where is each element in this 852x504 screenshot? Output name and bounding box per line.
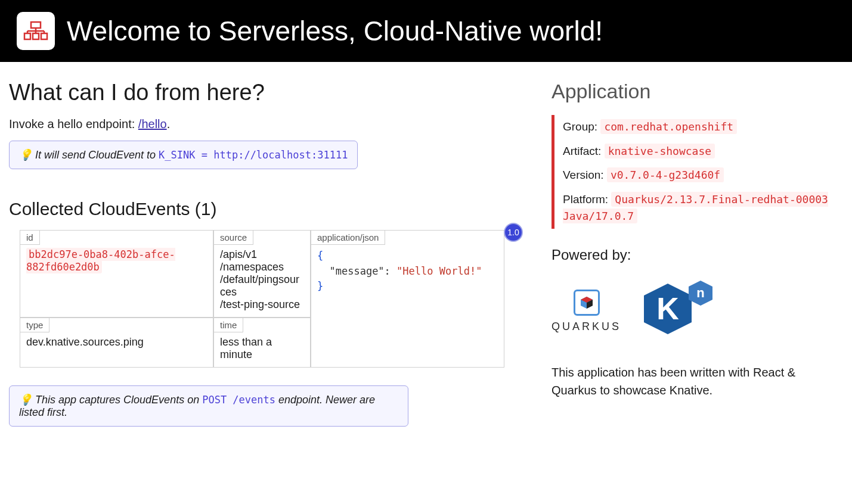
hello-link[interactable]: /hello (138, 117, 167, 130)
app-artifact-row: Artifact: knative-showcase (563, 143, 838, 160)
event-id-cell: id bb2dc97e-0ba8-402b-afce-882fd60e2d0b (20, 230, 213, 318)
app-platform-row: Platform: Quarkus/2.13.7.Final-redhat-00… (563, 191, 838, 225)
tip-cloudevent-sink: 💡 It will send CloudEvent to K_SINK = ht… (9, 141, 358, 169)
event-source-label: source (213, 230, 253, 245)
svg-text:n: n (696, 285, 704, 300)
svg-rect-0 (31, 22, 41, 28)
app-artifact-value: knative-showcase (605, 144, 715, 158)
side-column: Application Group: com.redhat.openshift … (552, 80, 838, 444)
app-group-value: com.redhat.openshift (600, 119, 737, 134)
event-type-cell: type dev.knative.sources.ping (20, 318, 213, 368)
quarkus-logo-icon: QUARKUS (552, 290, 621, 333)
events-endpoint-code: POST /events (202, 394, 275, 406)
event-time-cell: time less than a minute (213, 318, 311, 368)
svg-rect-6 (24, 33, 30, 39)
event-time-value: less than a minute (220, 336, 304, 361)
app-version-value: v0.7.0-4-g23d460f (607, 167, 724, 182)
event-data-value: { "message": "Hello World!" } (317, 248, 498, 294)
event-type-value: dev.knative.sources.ping (26, 336, 207, 349)
k-sink-code: K_SINK = http://localhost:31111 (159, 149, 348, 161)
event-data-cell: application/json { "message": "Hello Wor… (311, 230, 504, 368)
tip-capture-events: 💡 This app captures CloudEvents on POST … (9, 385, 408, 427)
svg-rect-7 (33, 33, 39, 39)
events-table: 1.0 id bb2dc97e-0ba8-402b-afce-882fd60e2… (9, 230, 528, 368)
app-description: This application has been written with R… (552, 363, 838, 399)
application-info: Group: com.redhat.openshift Artifact: kn… (552, 115, 838, 229)
event-time-label: time (213, 318, 243, 332)
logos-row: QUARKUS K n (552, 278, 838, 346)
event-source-cell: source /apis/v1 /namespaces /default/pin… (213, 230, 311, 318)
svg-text:K: K (656, 291, 679, 326)
event-type-label: type (20, 318, 49, 332)
spec-version-badge: 1.0 (504, 223, 523, 242)
main-heading: What can I do from here? (9, 80, 528, 105)
svg-rect-8 (41, 33, 47, 39)
page-header: Welcome to Serverless, Cloud-Native worl… (0, 0, 852, 62)
app-version-row: Version: v0.7.0-4-g23d460f (563, 167, 838, 184)
app-logo-icon (17, 12, 55, 50)
event-contenttype-label: application/json (311, 230, 385, 245)
event-id-value: bb2dc97e-0ba8-402b-afce-882fd60e2d0b (26, 248, 175, 273)
event-source-value: /apis/v1 /namespaces /default/pingsource… (220, 248, 304, 311)
invoke-text: Invoke a hello endpoint: /hello. (9, 117, 528, 131)
application-heading: Application (552, 80, 838, 103)
main-column: What can I do from here? Invoke a hello … (9, 80, 528, 444)
app-group-row: Group: com.redhat.openshift (563, 119, 838, 136)
powered-by-heading: Powered by: (552, 247, 838, 263)
knative-logo-icon: K n (638, 278, 715, 346)
events-heading: Collected CloudEvents (1) (9, 199, 528, 219)
page-title: Welcome to Serverless, Cloud-Native worl… (67, 15, 603, 47)
event-id-label: id (20, 230, 40, 245)
